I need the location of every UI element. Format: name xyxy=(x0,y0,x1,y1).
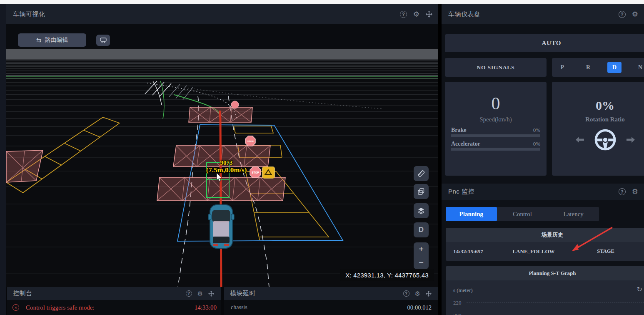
ruler-tool-button[interactable] xyxy=(414,166,429,181)
svg-text:STOP: STOP xyxy=(247,140,254,143)
view-switch-button[interactable] xyxy=(414,184,429,199)
routing-settings-icon xyxy=(100,38,107,43)
signals-indicator: NO SIGNALS xyxy=(445,58,547,77)
speed-value: 0 xyxy=(445,93,547,113)
console-title: 控制台 xyxy=(13,290,32,297)
console-header: 控制台 ? ⚙ xyxy=(7,287,221,300)
viz-panel-title: 车辆可视化 xyxy=(13,10,45,18)
settings-gear-icon[interactable]: ⚙ xyxy=(632,11,638,18)
steer-right-arrow-icon xyxy=(627,137,635,144)
route-edit-label: 路由编辑 xyxy=(45,36,68,44)
dashboard-body: AUTO NO SIGNALS P R D N 0 Speed(km/h) Br… xyxy=(442,24,644,184)
routing-settings-button[interactable] xyxy=(96,35,110,46)
brake-bar xyxy=(451,134,540,137)
st-graph-title: Planning S-T Graph xyxy=(446,266,644,280)
scene-history-title: 场景历史 xyxy=(446,228,644,242)
brake-percent: 0% xyxy=(533,127,540,134)
obstacle-label: 9073 (7.5m,0.0m/s) xyxy=(192,160,261,174)
help-icon[interactable]: ? xyxy=(619,11,626,18)
scene-history-row: 14:32:15:657 LANE_FOLLOW STAGE xyxy=(446,242,644,261)
latency-header: 模块延时 ? ⚙ xyxy=(224,287,438,300)
gear-n: N xyxy=(634,58,644,77)
module-latency-panel: 模块延时 ? ⚙ chassis 00:00.012 xyxy=(224,287,438,315)
layers-icon xyxy=(417,207,425,214)
help-icon[interactable]: ? xyxy=(619,188,626,195)
map-coordinates: X: 423931.13, Y: 4437765.43 xyxy=(340,269,434,281)
vehicle-visualization-panel: 车辆可视化 ? ⚙ ⇆ 路由编辑 xyxy=(6,4,438,287)
gear-selector: P R D N xyxy=(552,58,644,77)
history-time: 14:32:15:657 xyxy=(446,242,491,261)
console-log-time: 14:33:00 xyxy=(195,304,217,311)
move-panel-icon[interactable] xyxy=(426,11,432,18)
scene-canvas[interactable]: STOP STOP xyxy=(6,48,438,287)
steer-left-arrow-icon xyxy=(576,137,584,144)
refresh-icon[interactable]: ↻ xyxy=(637,285,642,293)
st-gridline xyxy=(467,302,644,303)
help-icon[interactable]: ? xyxy=(403,290,409,297)
latency-row: chassis 00:00.012 xyxy=(224,300,438,315)
speed-card: 0 Speed(km/h) Brake 0% Accelerator 0% xyxy=(445,82,547,176)
obstacle-info: (7.5m,0.0m/s) xyxy=(192,166,261,174)
settings-gear-icon[interactable]: ⚙ xyxy=(632,188,638,195)
dimension-toggle-button[interactable]: D xyxy=(414,222,429,237)
zoom-in-button[interactable]: + xyxy=(414,242,429,256)
pnc-tabs: Planning Control Latency xyxy=(446,207,599,221)
scene-history-card: 场景历史 14:32:15:657 LANE_FOLLOW STAGE xyxy=(446,228,644,261)
pnc-monitor-panel: Pnc 监控 ? ⚙ Planning Control Latency 场景历史… xyxy=(442,184,644,315)
accelerator-label: Accelerator xyxy=(451,141,480,147)
history-stage: STAGE xyxy=(581,242,631,261)
browser-edge-strip xyxy=(0,0,644,4)
module-latency-value: 00:00.012 xyxy=(407,304,432,311)
help-icon[interactable]: ? xyxy=(186,290,192,297)
accelerator-bar xyxy=(451,148,540,151)
viz-panel-header: 车辆可视化 ? ⚙ xyxy=(6,4,438,24)
latency-title: 模块延时 xyxy=(230,290,256,297)
ego-vehicle xyxy=(208,205,234,248)
tab-control[interactable]: Control xyxy=(497,207,548,221)
planned-trajectory-red xyxy=(220,111,221,287)
main-column: 车辆可视化 ? ⚙ ⇆ 路由编辑 xyxy=(6,4,438,315)
zoom-control: + − xyxy=(414,242,429,269)
rotation-label: Rotation Ratio xyxy=(552,116,644,123)
tab-latency[interactable]: Latency xyxy=(548,207,599,221)
tab-planning[interactable]: Planning xyxy=(446,207,497,221)
st-tick-200: 200 xyxy=(453,312,462,315)
gear-d-active: D xyxy=(607,62,622,73)
viz-toolbar: ⇆ 路由编辑 xyxy=(6,24,438,48)
brake-label: Brake xyxy=(451,127,467,134)
help-icon[interactable]: ? xyxy=(400,11,407,18)
left-rail xyxy=(0,4,6,315)
gear-p: P xyxy=(556,58,569,77)
module-name: chassis xyxy=(231,304,247,311)
zoom-out-button[interactable]: − xyxy=(414,256,429,270)
speed-label: Speed(km/h) xyxy=(445,116,547,123)
settings-gear-icon[interactable]: ⚙ xyxy=(197,290,203,297)
overlap-views-icon xyxy=(417,188,425,195)
layers-button[interactable] xyxy=(414,203,429,218)
obstacle-id: 9073 xyxy=(192,160,261,166)
st-graph-card: Planning S-T Graph s (meter) ↻ 220 200 xyxy=(446,266,644,315)
error-icon: × xyxy=(12,304,19,311)
steering-wheel-icon xyxy=(594,129,617,153)
console-panel: 控制台 ? ⚙ × Control triggers safe mode: 14… xyxy=(7,287,221,315)
console-log-row: × Control triggers safe mode: 14:33:00 xyxy=(7,300,221,315)
dashboard-title: 车辆仪表盘 xyxy=(448,10,481,18)
pnc-header: Pnc 监控 ? ⚙ xyxy=(442,184,644,200)
settings-gear-icon[interactable]: ⚙ xyxy=(413,11,419,18)
console-log-text: Control triggers safe mode: xyxy=(26,304,95,311)
move-panel-icon[interactable] xyxy=(426,291,432,297)
drive-mode-indicator: AUTO xyxy=(445,34,644,52)
pnc-title: Pnc 监控 xyxy=(448,188,474,196)
route-edit-button[interactable]: ⇆ 路由编辑 xyxy=(18,33,86,47)
history-scenario: LANE_FOLLOW xyxy=(509,242,559,261)
route-edit-icon: ⇆ xyxy=(36,36,42,44)
rotation-card: 0% Rotation Ratio xyxy=(552,82,644,176)
speed-bump-sign-icon xyxy=(262,167,275,178)
right-column: 车辆仪表盘 ? ⚙ AUTO NO SIGNALS P R D N 0 Spee… xyxy=(442,4,644,315)
move-panel-icon[interactable] xyxy=(208,291,214,297)
settings-gear-icon[interactable]: ⚙ xyxy=(415,290,420,297)
st-tick-220: 220 xyxy=(453,300,462,306)
accelerator-percent: 0% xyxy=(533,141,540,147)
ruler-icon xyxy=(417,169,425,178)
st-axis-label: s (meter) xyxy=(453,287,473,294)
